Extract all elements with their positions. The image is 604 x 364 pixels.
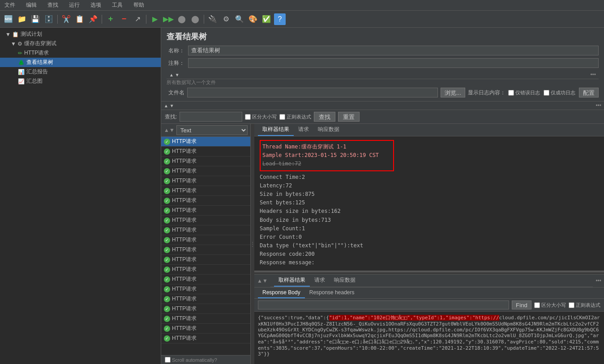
request-item-8[interactable]: ✓HTTP请求 <box>161 216 250 225</box>
toolbar-check[interactable]: ✅ <box>261 13 272 25</box>
request-item-19[interactable]: ✓HTTP请求 <box>161 324 250 334</box>
tree-node-summary-graph[interactable]: 📈 汇总图 <box>0 76 161 86</box>
browse-button[interactable]: 浏览... <box>441 88 465 97</box>
menu-help[interactable]: 帮助 <box>131 0 147 10</box>
tab-response-lower[interactable]: 响应数据 <box>330 275 360 287</box>
toolbar-new[interactable]: 🆕 <box>3 13 14 25</box>
request-item-6[interactable]: ✓HTTP请求 <box>161 196 250 206</box>
regex-option[interactable]: 正则表达式 <box>279 114 311 120</box>
search-button[interactable]: 查找 <box>314 112 335 122</box>
file-input[interactable] <box>187 88 438 97</box>
request-item-0[interactable]: ✓ HTTP请求 <box>161 137 250 147</box>
status-icon-13: ✓ <box>164 267 170 273</box>
menu-run[interactable]: 运行 <box>66 0 82 10</box>
reset-button[interactable]: 重置 <box>338 112 360 122</box>
tree-node-summary-report[interactable]: 📊 汇总报告 <box>0 67 161 76</box>
request-item-15[interactable]: ✓HTTP请求 <box>161 284 250 294</box>
name-input[interactable] <box>188 46 599 55</box>
collapse-bar-1[interactable]: ▲ ▼ ••• <box>167 71 599 79</box>
success-log-checkbox[interactable] <box>544 90 549 96</box>
dots-menu-2[interactable]: ••• <box>595 102 601 109</box>
toolbar-run[interactable]: ▶ <box>149 13 161 25</box>
tree-node-result-tree[interactable]: 🌲 查看结果树 <box>0 58 161 67</box>
tab-request-upper[interactable]: 请求 <box>294 124 313 136</box>
toolbar-open[interactable]: 📁 <box>16 13 28 25</box>
toolbar-help[interactable]: ? <box>274 13 286 25</box>
toolbar-stop-all[interactable]: ⬤ <box>189 13 201 25</box>
request-item-7[interactable]: ✓HTTP请求 <box>161 206 250 216</box>
resp-case-sensitive[interactable]: 区分大小写 <box>534 302 566 309</box>
success-log-option[interactable]: 仅成功日志 <box>544 89 575 96</box>
request-item-3[interactable]: ✓HTTP请求 <box>161 166 250 176</box>
request-item-11[interactable]: ✓HTTP请求 <box>161 245 250 255</box>
toolbar-cut[interactable]: ✂️ <box>60 13 72 25</box>
request-label-0: HTTP请求 <box>172 138 197 145</box>
resp-regex[interactable]: 正则表达式 <box>569 302 600 309</box>
request-item-2[interactable]: ✓HTTP请求 <box>161 157 250 166</box>
dots-menu-1[interactable]: ••• <box>590 72 596 78</box>
tree-node-testplan[interactable]: ▼ 📋 测试计划 <box>0 30 161 39</box>
toolbar-arrow[interactable]: ↗ <box>132 13 143 25</box>
format-selector[interactable]: Text HTML JSON XML <box>176 125 248 135</box>
toolbar-run-all[interactable]: ▶▶ <box>163 13 174 25</box>
tree-node-http[interactable]: ✏ HTTP请求 <box>0 48 161 58</box>
scroll-auto-checkbox[interactable] <box>165 357 171 363</box>
tab-response-upper[interactable]: 响应数据 <box>313 124 344 136</box>
response-search-input[interactable] <box>258 301 509 309</box>
tree-node-cache[interactable]: ▼ ⚙ 缓存击穿测试 <box>0 39 161 48</box>
tab-sampler-lower[interactable]: 取样器结果 <box>274 275 310 287</box>
case-sensitive-checkbox[interactable] <box>245 114 251 120</box>
response-body-tab[interactable]: Response Body <box>258 288 305 298</box>
request-item-12[interactable]: ✓HTTP请求 <box>161 255 250 265</box>
menu-options[interactable]: 选项 <box>88 0 104 10</box>
toolbar-add[interactable]: + <box>105 13 116 25</box>
request-item-9[interactable]: ✓HTTP请求 <box>161 225 250 235</box>
status-icon-3: ✓ <box>164 168 170 174</box>
dots-lower[interactable]: ••• <box>593 278 604 284</box>
toolbar-sep-1 <box>57 15 58 24</box>
toolbar-stop[interactable]: ⬤ <box>176 13 188 25</box>
toolbar-paste[interactable]: 📌 <box>87 13 99 25</box>
toolbar-save[interactable]: 💾 <box>30 13 41 25</box>
menu-edit[interactable]: 编辑 <box>23 0 39 10</box>
drag-handle[interactable] <box>251 124 254 364</box>
comment-input[interactable] <box>188 58 599 68</box>
request-item-4[interactable]: ✓HTTP请求 <box>161 176 250 186</box>
request-item-5[interactable]: ✓HTTP请求 <box>161 186 250 196</box>
config-button[interactable]: 配置 <box>579 88 599 97</box>
request-item-16[interactable]: ✓HTTP请求 <box>161 294 250 304</box>
tree-label-summary-report: 汇总报告 <box>26 68 48 76</box>
toolbar-view[interactable]: 🔍 <box>234 13 245 25</box>
menu-find[interactable]: 查找 <box>45 0 61 10</box>
request-item-10[interactable]: ✓HTTP请求 <box>161 235 250 245</box>
collapse-bar-2[interactable]: ▲ ▼ ••• <box>161 102 604 110</box>
menu-file[interactable]: 文件 <box>2 0 18 10</box>
request-item-17[interactable]: ✓HTTP请求 <box>161 304 250 314</box>
error-log-option[interactable]: 仅错误日志 <box>508 89 540 96</box>
scroll-auto-option[interactable]: Scroll automatically? <box>165 357 217 363</box>
toolbar-remote[interactable]: 🔌 <box>207 13 218 25</box>
request-item-20[interactable]: ✓HTTP请求 <box>161 334 250 343</box>
response-headers-tab[interactable]: Response headers <box>305 288 359 298</box>
menu-tools[interactable]: 工具 <box>109 0 125 10</box>
resp-case-checkbox[interactable] <box>534 302 540 308</box>
request-item-1[interactable]: ✓HTTP请求 <box>161 147 250 157</box>
error-log-checkbox[interactable] <box>508 90 514 96</box>
search-input[interactable] <box>180 112 242 122</box>
toolbar-copy[interactable]: 📋 <box>74 13 86 25</box>
toolbar-color[interactable]: 🎨 <box>247 13 259 25</box>
tab-sampler-upper[interactable]: 取样器结果 <box>258 124 294 136</box>
find-button[interactable]: Find <box>512 301 531 309</box>
toolbar-remove[interactable]: − <box>118 13 130 25</box>
toolbar-save-all[interactable]: 🗄️ <box>43 13 55 25</box>
resp-regex-checkbox[interactable] <box>569 302 574 308</box>
regex-checkbox[interactable] <box>279 114 285 120</box>
tab-request-lower[interactable]: 请求 <box>310 275 330 287</box>
detail-blank <box>260 267 599 271</box>
request-item-14[interactable]: ✓HTTP请求 <box>161 275 250 284</box>
request-item-13[interactable]: ✓HTTP请求 <box>161 265 250 275</box>
request-item-18[interactable]: ✓HTTP请求 <box>161 314 250 324</box>
toolbar-settings[interactable]: ⚙ <box>220 13 232 25</box>
regex-label: 正则表达式 <box>287 114 311 120</box>
case-sensitive-option[interactable]: 区分大小写 <box>245 114 277 120</box>
